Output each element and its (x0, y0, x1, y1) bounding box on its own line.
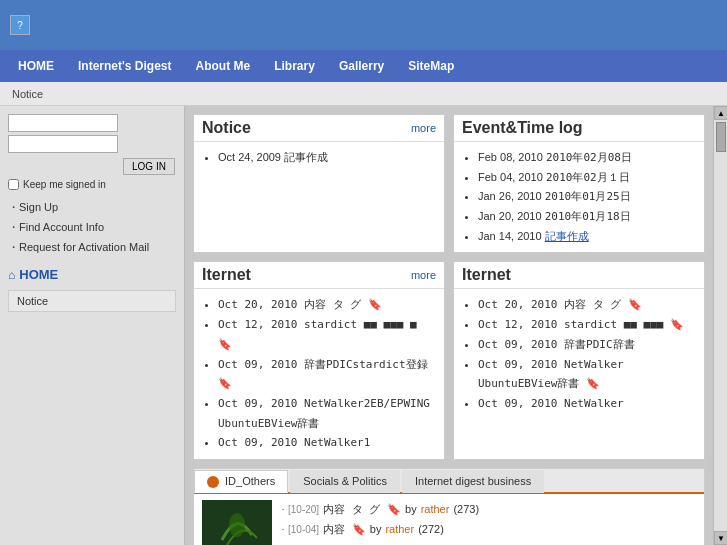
scroll-thumb[interactable] (716, 122, 726, 152)
notice-panel-header: Notice more (194, 115, 444, 142)
thumb-svg (202, 500, 272, 545)
nav-digest[interactable]: Internet's Digest (68, 55, 182, 77)
iternet-left-title: Iternet (202, 266, 251, 284)
nav-about[interactable]: About Me (186, 55, 261, 77)
event-item-3: Jan 20, 2010 2010年01月18日 (478, 207, 696, 227)
keep-signed-checkbox[interactable] (8, 179, 19, 190)
scroll-up-btn[interactable]: ▲ (714, 106, 727, 120)
tab-item-0: ・[10-20] 内容 タ グ 🔖 by rather (273) (278, 500, 479, 520)
iternet-l-1: Oct 12, 2010 stardict ■■ ■■■ ■ 🔖 (218, 315, 436, 354)
username-input[interactable] (8, 114, 118, 132)
keep-signed-row: Keep me signed in (8, 179, 176, 190)
iternet-r-2: Oct 09, 2010 辞書PDIC辞書 (478, 335, 696, 355)
iternet-right-header: Iternet (454, 262, 704, 289)
sidebar-home-link[interactable]: HOME (8, 265, 176, 284)
iternet-r-3: Oct 09, 2010 NetWalkerUbuntuEBView辞書 🔖 (478, 355, 696, 394)
nav-sitemap[interactable]: SiteMap (398, 55, 464, 77)
event-item-0: Feb 08, 2010 2010年02月08日 (478, 148, 696, 168)
keep-signed-label: Keep me signed in (23, 179, 106, 190)
nav-home[interactable]: HOME (8, 55, 64, 77)
find-account-link[interactable]: ・Find Account Info (8, 218, 176, 238)
iternet-left-body: Oct 20, 2010 内容 タ グ 🔖 Oct 12, 2010 stard… (194, 289, 444, 459)
iternet-right-panel: Iternet Oct 20, 2010 内容 タ グ 🔖 Oct 12, 20… (453, 261, 705, 460)
sidebar-notice-label: Notice (17, 295, 48, 307)
notice-panel-body: Oct 24, 2009 記事作成 (194, 142, 444, 174)
app-wrapper: ? HOME Internet's Digest About Me Librar… (0, 0, 727, 545)
iternet-left-panel: Iternet more Oct 20, 2010 内容 タ グ 🔖 Oct 1… (193, 261, 445, 460)
notice-item-0: Oct 24, 2009 記事作成 (218, 148, 436, 168)
main-layout: LOG IN Keep me signed in ・Sign Up ・Find … (0, 106, 727, 545)
tabs-container: ID_Others Socials & Politics Internet di… (193, 468, 705, 545)
event-panel-header: Event&Time log (454, 115, 704, 142)
breadcrumb: Notice (0, 82, 727, 106)
event-item-1: Feb 04, 2010 2010年02月１日 (478, 168, 696, 188)
iternet-r-4: Oct 09, 2010 NetWalker (478, 394, 696, 414)
nav-bar: HOME Internet's Digest About Me Library … (0, 50, 727, 82)
tab-item-badge-0: ・[10-20] (278, 501, 319, 519)
tabs-content-row: ・[10-20] 内容 タ グ 🔖 by rather (273) ・[10-0… (202, 500, 696, 545)
activation-mail-link[interactable]: ・Request for Activation Mail (8, 238, 176, 258)
tab-item-text-0: 内容 タ グ 🔖 (323, 500, 401, 520)
iternet-r-1: Oct 12, 2010 stardict ■■ ■■■ 🔖 (478, 315, 696, 335)
home-label: HOME (19, 267, 58, 282)
event-link-4[interactable]: 記事作成 (545, 230, 589, 242)
login-button[interactable]: LOG IN (123, 158, 175, 175)
notice-panel: Notice more Oct 24, 2009 記事作成 (193, 114, 445, 253)
tabs-content: ・[10-20] 内容 タ グ 🔖 by rather (273) ・[10-0… (194, 494, 704, 545)
tab-item-text-1: 内容 🔖 (323, 520, 366, 540)
sidebar-links: ・Sign Up ・Find Account Info ・Request for… (8, 198, 176, 257)
sidebar: LOG IN Keep me signed in ・Sign Up ・Find … (0, 106, 185, 545)
tab-label-others: ID_Others (225, 475, 275, 487)
iternet-left-more[interactable]: more (411, 269, 436, 281)
iternet-l-4: Oct 09, 2010 NetWalker1 (218, 433, 436, 453)
right-scrollbar: ▲ ▼ (713, 106, 727, 545)
tab-item-count-0: (273) (453, 500, 479, 520)
tab-item-badge-1: ・[10-04] (278, 521, 319, 539)
top-icon-bar: ? (0, 0, 727, 50)
scroll-down-btn[interactable]: ▼ (714, 531, 727, 545)
tabs-bar: ID_Others Socials & Politics Internet di… (194, 469, 704, 494)
tab-id-others[interactable]: ID_Others (194, 470, 288, 493)
event-panel: Event&Time log Feb 08, 2010 2010年02月08日 … (453, 114, 705, 253)
sidebar-notice-item[interactable]: Notice (8, 290, 176, 312)
event-item-2: Jan 26, 2010 2010年01月25日 (478, 187, 696, 207)
content-main: Notice more Oct 24, 2009 記事作成 (185, 106, 713, 545)
tab-item-author-name-0: rather (421, 500, 450, 520)
event-panel-title: Event&Time log (462, 119, 583, 137)
thumbnail-image (202, 500, 272, 545)
tab-label-business: Internet digest business (415, 475, 531, 487)
password-input[interactable] (8, 135, 118, 153)
tab-socials[interactable]: Socials & Politics (290, 470, 400, 493)
notice-date-0: Oct 24, 2009 (218, 151, 284, 163)
top-row: Notice more Oct 24, 2009 記事作成 (193, 114, 705, 253)
tab-label-socials: Socials & Politics (303, 475, 387, 487)
notice-more-link[interactable]: more (411, 122, 436, 134)
iternet-r-0: Oct 20, 2010 内容 タ グ 🔖 (478, 295, 696, 315)
sign-up-link[interactable]: ・Sign Up (8, 198, 176, 218)
iternet-l-3: Oct 09, 2010 NetWalker2EB/EPWINGUbuntuEB… (218, 394, 436, 433)
scroll-track (714, 120, 727, 531)
iternet-l-0: Oct 20, 2010 内容 タ グ 🔖 (218, 295, 436, 315)
event-panel-body: Feb 08, 2010 2010年02月08日 Feb 04, 2010 20… (454, 142, 704, 252)
tabs-items-list: ・[10-20] 内容 タ グ 🔖 by rather (273) ・[10-0… (278, 500, 479, 540)
middle-row: Iternet more Oct 20, 2010 内容 タ グ 🔖 Oct 1… (193, 261, 705, 460)
iternet-right-body: Oct 20, 2010 内容 タ グ 🔖 Oct 12, 2010 stard… (454, 289, 704, 419)
login-box: LOG IN Keep me signed in (8, 114, 176, 190)
tab-item-author-name-1: rather (385, 520, 414, 540)
tab-item-1: ・[10-04] 内容 🔖 by rather (272) (278, 520, 479, 540)
tab-icon-others (207, 476, 219, 488)
tab-item-author-1: by (370, 520, 382, 540)
breadcrumb-text: Notice (12, 88, 43, 100)
iternet-l-2: Oct 09, 2010 辞書PDICstardict登録 🔖 (218, 355, 436, 394)
tab-item-count-1: (272) (418, 520, 444, 540)
tab-digest-business[interactable]: Internet digest business (402, 470, 544, 493)
nav-gallery[interactable]: Gallerry (329, 55, 394, 77)
notice-panel-title: Notice (202, 119, 251, 137)
iternet-left-header: Iternet more (194, 262, 444, 289)
nav-library[interactable]: Library (264, 55, 325, 77)
event-item-4: Jan 14, 2010 記事作成 (478, 227, 696, 247)
notice-text-0: 記事作成 (284, 151, 328, 164)
question-icon: ? (17, 20, 23, 31)
top-icon[interactable]: ? (10, 15, 30, 35)
tab-item-author-0: by (405, 500, 417, 520)
